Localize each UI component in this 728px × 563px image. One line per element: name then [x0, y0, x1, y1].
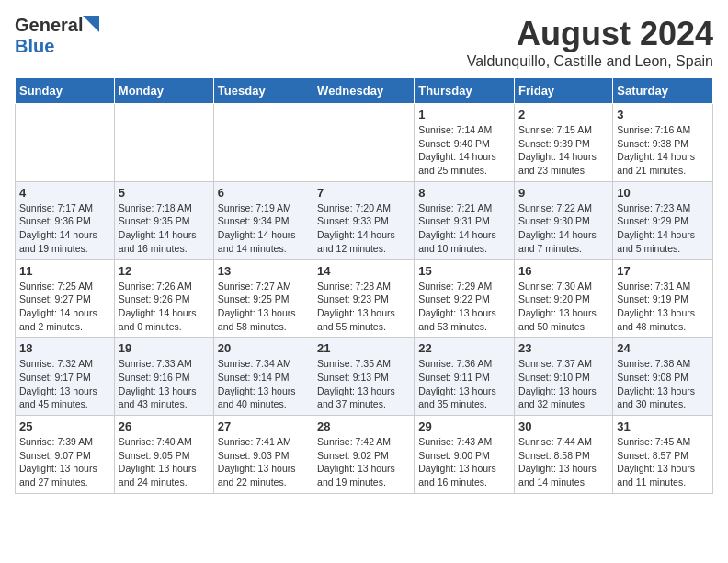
page-title: August 2024: [467, 15, 713, 53]
calendar-day-cell: 27Sunrise: 7:41 AM Sunset: 9:03 PM Dayli…: [213, 416, 313, 494]
day-info: Sunrise: 7:31 AM Sunset: 9:19 PM Dayligh…: [617, 280, 709, 334]
calendar-day-cell: [114, 104, 213, 182]
logo-general-text: General: [15, 15, 83, 36]
calendar-day-cell: 2Sunrise: 7:15 AM Sunset: 9:39 PM Daylig…: [515, 104, 613, 182]
calendar-week-row: 11Sunrise: 7:25 AM Sunset: 9:27 PM Dayli…: [16, 259, 713, 338]
day-info: Sunrise: 7:45 AM Sunset: 8:57 PM Dayligh…: [617, 435, 709, 489]
day-info: Sunrise: 7:25 AM Sunset: 9:27 PM Dayligh…: [19, 280, 110, 334]
day-info: Sunrise: 7:43 AM Sunset: 9:00 PM Dayligh…: [418, 435, 510, 489]
day-info: Sunrise: 7:16 AM Sunset: 9:38 PM Dayligh…: [617, 123, 709, 178]
calendar-day-cell: 29Sunrise: 7:43 AM Sunset: 9:00 PM Dayli…: [415, 416, 515, 494]
day-number: 3: [617, 108, 709, 121]
svg-marker-0: [83, 16, 99, 32]
day-number: 16: [518, 264, 609, 278]
day-number: 17: [617, 264, 709, 278]
day-number: 21: [317, 341, 410, 355]
day-info: Sunrise: 7:29 AM Sunset: 9:22 PM Dayligh…: [418, 280, 510, 334]
day-info: Sunrise: 7:27 AM Sunset: 9:25 PM Dayligh…: [218, 280, 309, 334]
day-info: Sunrise: 7:44 AM Sunset: 8:58 PM Dayligh…: [518, 435, 609, 489]
calendar-day-cell: 19Sunrise: 7:33 AM Sunset: 9:16 PM Dayli…: [114, 338, 213, 416]
day-number: 1: [418, 108, 510, 121]
calendar-day-cell: [16, 104, 115, 182]
calendar-week-row: 4Sunrise: 7:17 AM Sunset: 9:36 PM Daylig…: [16, 181, 713, 259]
day-info: Sunrise: 7:14 AM Sunset: 9:40 PM Dayligh…: [418, 123, 510, 178]
logo-triangle-icon: [83, 16, 99, 36]
logo: GeneralBlue: [15, 15, 99, 57]
day-info: Sunrise: 7:21 AM Sunset: 9:31 PM Dayligh…: [418, 201, 510, 256]
calendar-day-cell: 13Sunrise: 7:27 AM Sunset: 9:25 PM Dayli…: [213, 259, 313, 338]
calendar-day-cell: 1Sunrise: 7:14 AM Sunset: 9:40 PM Daylig…: [415, 104, 515, 182]
day-number: 20: [218, 341, 309, 355]
day-number: 4: [19, 186, 110, 200]
day-number: 30: [518, 419, 609, 433]
page-header: GeneralBlue August 2024 Valdunquillo, Ca…: [15, 15, 713, 70]
day-number: 23: [518, 341, 609, 355]
calendar-day-cell: 22Sunrise: 7:36 AM Sunset: 9:11 PM Dayli…: [415, 338, 515, 416]
day-number: 25: [19, 419, 110, 433]
calendar-week-row: 25Sunrise: 7:39 AM Sunset: 9:07 PM Dayli…: [16, 416, 713, 494]
calendar-day-cell: 26Sunrise: 7:40 AM Sunset: 9:05 PM Dayli…: [114, 416, 213, 494]
day-info: Sunrise: 7:30 AM Sunset: 9:20 PM Dayligh…: [518, 280, 609, 334]
day-number: 11: [19, 264, 110, 278]
day-info: Sunrise: 7:42 AM Sunset: 9:02 PM Dayligh…: [317, 435, 410, 489]
logo-blue-text: Blue: [15, 36, 54, 56]
day-info: Sunrise: 7:22 AM Sunset: 9:30 PM Dayligh…: [518, 201, 609, 256]
calendar-day-cell: 4Sunrise: 7:17 AM Sunset: 9:36 PM Daylig…: [16, 181, 115, 259]
day-number: 29: [418, 419, 510, 433]
page-location: Valdunquillo, Castille and Leon, Spain: [467, 53, 713, 70]
calendar-day-cell: 28Sunrise: 7:42 AM Sunset: 9:02 PM Dayli…: [313, 416, 415, 494]
day-number: 26: [119, 419, 210, 433]
calendar-day-cell: 17Sunrise: 7:31 AM Sunset: 9:19 PM Dayli…: [613, 259, 713, 338]
calendar-day-cell: 5Sunrise: 7:18 AM Sunset: 9:35 PM Daylig…: [114, 181, 213, 259]
day-of-week-header: Tuesday: [213, 78, 313, 104]
day-of-week-header: Thursday: [415, 78, 515, 104]
day-info: Sunrise: 7:37 AM Sunset: 9:10 PM Dayligh…: [518, 357, 609, 411]
day-info: Sunrise: 7:38 AM Sunset: 9:08 PM Dayligh…: [617, 357, 709, 411]
calendar-day-cell: [213, 104, 313, 182]
day-of-week-header: Wednesday: [313, 78, 415, 104]
calendar-day-cell: 23Sunrise: 7:37 AM Sunset: 9:10 PM Dayli…: [515, 338, 613, 416]
day-number: 18: [19, 341, 110, 355]
calendar-day-cell: 30Sunrise: 7:44 AM Sunset: 8:58 PM Dayli…: [515, 416, 613, 494]
day-info: Sunrise: 7:36 AM Sunset: 9:11 PM Dayligh…: [418, 357, 510, 411]
calendar-day-cell: 8Sunrise: 7:21 AM Sunset: 9:31 PM Daylig…: [415, 181, 515, 259]
day-info: Sunrise: 7:39 AM Sunset: 9:07 PM Dayligh…: [19, 435, 110, 489]
day-number: 13: [218, 264, 309, 278]
day-info: Sunrise: 7:26 AM Sunset: 9:26 PM Dayligh…: [119, 280, 210, 334]
day-of-week-header: Sunday: [16, 78, 115, 104]
day-info: Sunrise: 7:20 AM Sunset: 9:33 PM Dayligh…: [317, 201, 410, 256]
day-number: 9: [518, 186, 609, 200]
day-info: Sunrise: 7:35 AM Sunset: 9:13 PM Dayligh…: [317, 357, 410, 411]
day-of-week-header: Saturday: [613, 78, 713, 104]
calendar-day-cell: 24Sunrise: 7:38 AM Sunset: 9:08 PM Dayli…: [613, 338, 713, 416]
calendar-week-row: 1Sunrise: 7:14 AM Sunset: 9:40 PM Daylig…: [16, 104, 713, 182]
day-number: 27: [218, 419, 309, 433]
day-info: Sunrise: 7:34 AM Sunset: 9:14 PM Dayligh…: [218, 357, 309, 411]
day-of-week-header: Friday: [515, 78, 613, 104]
day-number: 31: [617, 419, 709, 433]
day-number: 14: [317, 264, 410, 278]
day-info: Sunrise: 7:17 AM Sunset: 9:36 PM Dayligh…: [19, 201, 110, 256]
day-number: 19: [119, 341, 210, 355]
day-info: Sunrise: 7:32 AM Sunset: 9:17 PM Dayligh…: [19, 357, 110, 411]
calendar-day-cell: 11Sunrise: 7:25 AM Sunset: 9:27 PM Dayli…: [16, 259, 115, 338]
calendar-header-row: SundayMondayTuesdayWednesdayThursdayFrid…: [16, 78, 713, 104]
calendar-day-cell: 16Sunrise: 7:30 AM Sunset: 9:20 PM Dayli…: [515, 259, 613, 338]
calendar-day-cell: [313, 104, 415, 182]
calendar-day-cell: 3Sunrise: 7:16 AM Sunset: 9:38 PM Daylig…: [613, 104, 713, 182]
day-number: 5: [119, 186, 210, 200]
day-info: Sunrise: 7:18 AM Sunset: 9:35 PM Dayligh…: [119, 201, 210, 256]
day-number: 8: [418, 186, 510, 200]
day-info: Sunrise: 7:28 AM Sunset: 9:23 PM Dayligh…: [317, 280, 410, 334]
calendar-day-cell: 9Sunrise: 7:22 AM Sunset: 9:30 PM Daylig…: [515, 181, 613, 259]
day-info: Sunrise: 7:41 AM Sunset: 9:03 PM Dayligh…: [218, 435, 309, 489]
calendar-day-cell: 18Sunrise: 7:32 AM Sunset: 9:17 PM Dayli…: [16, 338, 115, 416]
calendar-day-cell: 15Sunrise: 7:29 AM Sunset: 9:22 PM Dayli…: [415, 259, 515, 338]
day-number: 10: [617, 186, 709, 200]
day-number: 22: [418, 341, 510, 355]
day-info: Sunrise: 7:15 AM Sunset: 9:39 PM Dayligh…: [518, 123, 609, 178]
calendar-day-cell: 14Sunrise: 7:28 AM Sunset: 9:23 PM Dayli…: [313, 259, 415, 338]
calendar-day-cell: 25Sunrise: 7:39 AM Sunset: 9:07 PM Dayli…: [16, 416, 115, 494]
day-info: Sunrise: 7:40 AM Sunset: 9:05 PM Dayligh…: [119, 435, 210, 489]
day-info: Sunrise: 7:33 AM Sunset: 9:16 PM Dayligh…: [119, 357, 210, 411]
